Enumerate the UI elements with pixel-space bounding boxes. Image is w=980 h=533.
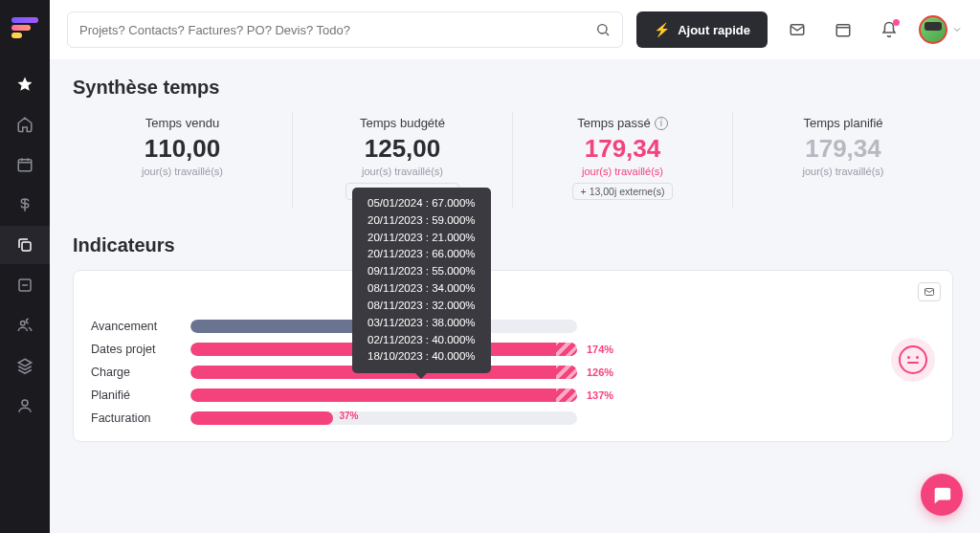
neutral-face-icon: [899, 345, 927, 374]
sidebar-item-documents[interactable]: [0, 226, 50, 264]
tooltip-row: 08/11/2023 : 32.000%: [368, 298, 476, 315]
users-icon: [16, 317, 33, 334]
tooltip-row: 20/11/2023 : 59.000%: [368, 212, 476, 230]
logo[interactable]: [11, 17, 38, 44]
sidebar-item-layers[interactable]: [0, 346, 50, 385]
avancement-tooltip: 05/01/2024 : 67.000%20/11/2023 : 59.000%…: [352, 188, 491, 373]
synthese-grid: Temps vendu 110,00 jour(s) travaillé(s) …: [73, 112, 953, 208]
tooltip-row: 20/11/2023 : 21.000%: [368, 230, 476, 247]
synth-cell-vendu: Temps vendu 110,00 jour(s) travaillé(s): [73, 112, 293, 208]
indicateurs-rows: Avancement67%Dates projet174%Charge126%P…: [91, 315, 935, 430]
sidebar-item-billing[interactable]: [0, 186, 50, 224]
indicateur-label: Dates projet: [91, 343, 181, 356]
home-icon: [16, 116, 33, 133]
sidebar-item-favorites[interactable]: [0, 65, 50, 103]
synth-value: 179,34: [743, 134, 944, 164]
info-icon[interactable]: i: [655, 117, 668, 130]
chat-fab[interactable]: [921, 474, 963, 516]
quick-add-label: Ajout rapide: [678, 23, 750, 37]
synth-label: Temps passé i: [523, 116, 723, 130]
indicateur-percent: 126%: [587, 366, 613, 378]
synth-sub: jour(s) travaillé(s): [302, 166, 502, 177]
account-menu[interactable]: [919, 15, 963, 44]
indicateur-label: Planifié: [91, 389, 181, 402]
tooltip-row: 05/01/2024 : 67.000%: [368, 195, 476, 212]
sidebar-item-home[interactable]: [0, 105, 50, 144]
tooltip-row: 08/11/2023 : 34.000%: [368, 280, 476, 298]
mail-icon: [923, 286, 936, 298]
sidebar-item-calendar[interactable]: [0, 145, 50, 184]
avatar: [919, 15, 947, 44]
search-input[interactable]: [79, 23, 595, 37]
tooltip-row: 18/10/2023 : 40.000%: [368, 348, 476, 366]
bell-icon: [880, 21, 898, 38]
synth-sub: jour(s) travaillé(s): [523, 166, 723, 177]
synth-sub: jour(s) travaillé(s): [743, 166, 944, 177]
synth-cell-passe: Temps passé i 179,34 jour(s) travaillé(s…: [513, 112, 733, 208]
user-icon: [16, 397, 33, 414]
search-box[interactable]: [67, 11, 623, 48]
svg-rect-1: [22, 242, 31, 251]
topbar: ⚡ Ajout rapide: [50, 0, 980, 59]
indicateur-percent: 174%: [587, 344, 613, 355]
synth-label: Temps vendu: [82, 116, 282, 130]
sidebar-item-team[interactable]: [0, 306, 50, 344]
indicateur-label: Avancement: [91, 320, 181, 333]
search-icon: [595, 22, 611, 37]
sidebar: [0, 0, 50, 533]
mail-icon: [789, 21, 806, 38]
tooltip-row: 09/11/2023 : 55.000%: [368, 263, 476, 280]
synth-value: 110,00: [82, 134, 282, 164]
tooltip-body: 05/01/2024 : 67.000%20/11/2023 : 59.000%…: [368, 195, 476, 366]
synth-value: 125,00: [302, 134, 502, 164]
indicateur-bar-fill: [190, 389, 577, 402]
chat-icon: [931, 484, 952, 505]
indicateur-row: Dates projet174%: [91, 338, 935, 361]
send-report-button[interactable]: [918, 282, 941, 301]
mail-button[interactable]: [781, 13, 813, 46]
indicateurs-card: Avancement67%Dates projet174%Charge126%P…: [73, 270, 953, 442]
archive-icon: [16, 277, 33, 294]
synth-cell-planifie: Temps planifié 179,34 jour(s) travaillé(…: [733, 112, 953, 208]
indicateur-label: Charge: [91, 366, 181, 379]
layers-icon: [16, 357, 33, 374]
indicateur-bar: 37%: [190, 411, 577, 425]
indicateur-row: Charge126%: [91, 361, 935, 384]
indicateur-row: Avancement67%: [91, 315, 935, 338]
synth-chip: + 13,00j externe(s): [572, 183, 674, 200]
dollar-icon: [16, 196, 33, 213]
calendar-button[interactable]: [827, 13, 859, 46]
indicateur-row: Facturation37%: [91, 407, 935, 430]
chevron-down-icon: [951, 24, 963, 35]
indicateur-bar: [190, 389, 577, 402]
synth-value: 179,34: [523, 134, 723, 164]
synth-sub: jour(s) travaillé(s): [82, 166, 282, 177]
synth-label: Temps budgété: [302, 116, 502, 130]
svg-point-4: [22, 400, 28, 406]
calendar-icon: [835, 21, 852, 38]
sidebar-item-profile[interactable]: [0, 387, 50, 425]
main-content: Synthèse temps Temps vendu 110,00 jour(s…: [50, 59, 980, 533]
indicateur-bar-fill: [190, 411, 333, 425]
section-title-synthese: Synthèse temps: [73, 77, 953, 99]
svg-rect-7: [836, 25, 850, 36]
sidebar-item-archive[interactable]: [0, 266, 50, 304]
mood-badge: [891, 338, 935, 382]
tooltip-row: 03/11/2023 : 38.000%: [368, 315, 476, 332]
indicateur-percent: 37%: [339, 411, 358, 421]
indicateur-percent: 137%: [587, 389, 613, 401]
quick-add-button[interactable]: ⚡ Ajout rapide: [636, 11, 768, 48]
section-title-indicateurs: Indicateurs: [73, 234, 953, 256]
tooltip-row: 20/11/2023 : 66.000%: [368, 246, 476, 263]
indicateur-row: Planifié137%: [91, 384, 935, 407]
svg-rect-0: [18, 160, 32, 171]
synth-label: Temps planifié: [743, 116, 944, 130]
copy-icon: [16, 236, 33, 254]
bolt-icon: ⚡: [654, 22, 670, 37]
svg-point-5: [598, 25, 607, 33]
indicateur-label: Facturation: [91, 411, 181, 425]
svg-point-3: [21, 322, 26, 326]
notifications-button[interactable]: [873, 13, 905, 46]
star-icon: [16, 76, 33, 93]
calendar-icon: [16, 156, 33, 173]
